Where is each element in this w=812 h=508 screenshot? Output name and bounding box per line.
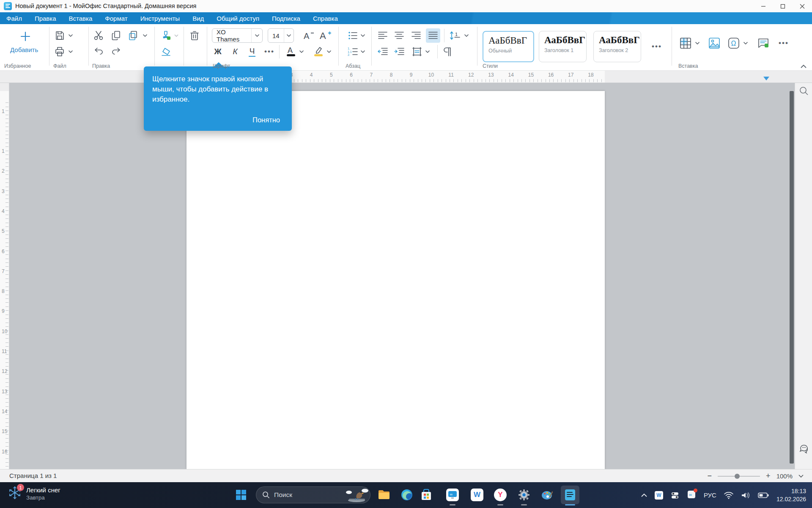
menu-share[interactable]: Общий доступ (210, 12, 266, 24)
copy-button[interactable] (109, 28, 123, 43)
insert-symbol-chevron[interactable] (743, 36, 749, 50)
zoom-out-button[interactable]: − (708, 472, 712, 480)
insert-image-button[interactable] (707, 36, 721, 50)
battery-icon[interactable] (758, 492, 769, 498)
add-favorite-label[interactable]: Добавить (10, 46, 38, 53)
menu-format[interactable]: Формат (99, 12, 134, 24)
underline-button[interactable]: Ч (245, 44, 259, 59)
increase-font-size-button[interactable]: A (318, 28, 332, 43)
line-spacing-chevron[interactable] (464, 28, 469, 43)
align-left-button[interactable] (376, 28, 390, 43)
style-card-normal[interactable]: АаБбВвГ Обычный (483, 31, 534, 62)
numbered-list-button[interactable]: 1.1.12. (346, 44, 360, 59)
menu-insert[interactable]: Вставка (63, 12, 99, 24)
highlight-color-chevron[interactable] (326, 44, 332, 59)
highlight-color-button[interactable] (311, 44, 326, 59)
zoom-in-button[interactable]: + (766, 472, 771, 480)
font-color-button[interactable]: А (284, 44, 298, 59)
justify-button[interactable] (426, 28, 440, 43)
menu-help[interactable]: Справка (307, 12, 344, 24)
comments-panel-button[interactable] (798, 442, 810, 456)
redo-button[interactable] (109, 44, 123, 59)
settings-button[interactable] (515, 486, 533, 504)
tray-expand-chevron[interactable] (641, 493, 647, 497)
volume-icon[interactable] (741, 491, 750, 499)
decrease-indent-button[interactable] (376, 44, 390, 59)
tooltip-ok-button[interactable]: Понятно (252, 116, 280, 124)
bold-button[interactable]: Ж (211, 44, 225, 59)
eraser-button[interactable] (159, 44, 173, 59)
cut-button[interactable] (91, 28, 106, 43)
add-favorite-button[interactable] (17, 29, 34, 44)
wifi-icon[interactable] (724, 491, 733, 499)
menu-view[interactable]: Вид (186, 12, 210, 24)
paragraph-borders-button[interactable] (410, 44, 424, 59)
file-explorer-button[interactable] (375, 486, 393, 504)
align-center-button[interactable] (392, 28, 406, 43)
tray-w-app-icon[interactable]: W (655, 491, 663, 500)
decrease-font-size-button[interactable]: A (301, 28, 315, 43)
print-dropdown-chevron[interactable] (68, 44, 74, 59)
close-button[interactable] (793, 0, 812, 12)
yandex-browser-button[interactable]: Y (491, 486, 510, 504)
insert-table-chevron[interactable] (694, 36, 700, 50)
tray-app-notification-icon[interactable]: ∞ (687, 490, 696, 501)
myoffice-launcher-button[interactable]: ∞ (443, 486, 462, 504)
paste-dropdown-chevron[interactable] (142, 28, 148, 43)
bullet-list-button[interactable] (346, 28, 360, 43)
taskbar-search[interactable]: Поиск (256, 486, 370, 503)
vertical-scrollbar[interactable] (790, 91, 794, 464)
paragraph-borders-chevron[interactable] (425, 44, 431, 59)
zoom-slider[interactable] (718, 476, 760, 477)
insert-comment-button[interactable] (756, 36, 771, 50)
menu-edit[interactable]: Правка (28, 12, 63, 24)
weather-widget[interactable]: 1 Легкий снег Завтра (8, 486, 60, 502)
menu-subscription[interactable]: Подписка (266, 12, 307, 24)
style-card-heading1[interactable]: АаБбВвГ Заголовок 1 (539, 31, 587, 62)
w-app-button[interactable]: W (468, 486, 486, 504)
save-button[interactable] (52, 28, 67, 43)
delete-button[interactable] (187, 28, 202, 43)
maximize-button[interactable] (773, 0, 793, 12)
zoom-presets-chevron[interactable] (798, 475, 804, 478)
myoffice-text-active-button[interactable] (561, 486, 579, 504)
zoom-slider-knob[interactable] (735, 474, 740, 479)
minimize-button[interactable] (754, 0, 773, 12)
italic-button[interactable]: К (228, 44, 242, 59)
save-dropdown-chevron[interactable] (68, 28, 74, 43)
paint-button[interactable] (538, 486, 557, 504)
collapse-toolbar-button[interactable] (801, 62, 807, 70)
document-page[interactable] (187, 91, 605, 469)
language-indicator[interactable]: РУС (704, 491, 716, 499)
more-font-options-button[interactable]: ••• (262, 44, 277, 59)
paste-button[interactable] (126, 28, 140, 43)
font-size-chevron[interactable] (284, 29, 294, 42)
font-family-select[interactable]: XO Thames (212, 28, 263, 43)
insert-table-button[interactable] (678, 36, 693, 50)
line-spacing-button[interactable]: 1 (448, 28, 463, 43)
format-painter-chevron[interactable] (173, 28, 179, 43)
align-right-button[interactable] (409, 28, 423, 43)
tray-toggles-icon[interactable] (671, 491, 679, 500)
right-margin-marker[interactable] (763, 77, 769, 80)
insert-symbol-button[interactable]: Ω (727, 36, 741, 50)
undo-button[interactable] (91, 44, 106, 59)
font-size-select[interactable]: 14 (268, 28, 294, 43)
font-color-chevron[interactable] (299, 44, 304, 59)
start-button[interactable] (232, 486, 250, 504)
format-painter-button[interactable] (159, 28, 173, 43)
more-styles-button[interactable]: ••• (650, 39, 664, 54)
edge-browser-button[interactable] (398, 486, 416, 504)
increase-indent-button[interactable] (392, 44, 406, 59)
print-button[interactable] (52, 44, 67, 59)
menu-file[interactable]: Файл (0, 12, 28, 24)
bullet-list-chevron[interactable] (360, 28, 366, 43)
microsoft-store-button[interactable] (417, 486, 436, 504)
paragraph-mark-button[interactable] (440, 44, 455, 59)
numbered-list-chevron[interactable] (360, 44, 366, 59)
style-card-heading2[interactable]: АаБбВвГ Заголовок 2 (593, 31, 641, 62)
clock[interactable]: 18:13 12.02.2026 (776, 487, 806, 503)
insert-more-button[interactable]: ••• (776, 36, 791, 50)
search-in-document-button[interactable] (798, 86, 809, 98)
font-family-chevron[interactable] (251, 29, 262, 42)
